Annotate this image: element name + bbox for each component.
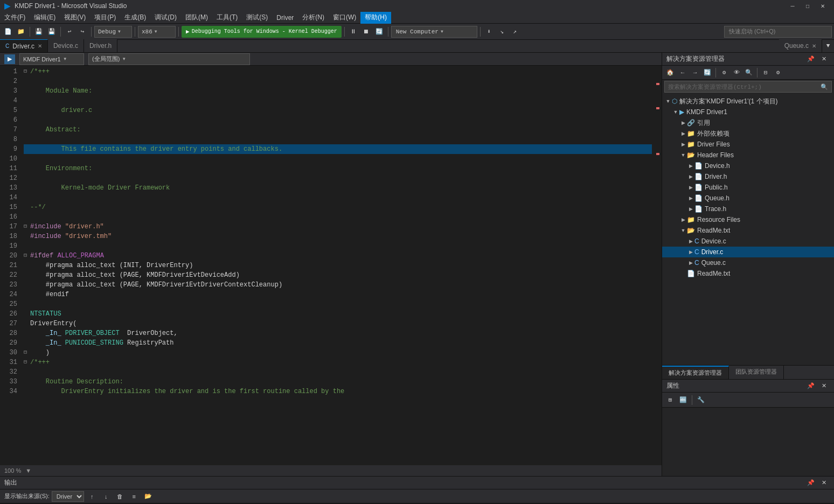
sol-close-button[interactable]: ✕ (818, 53, 830, 65)
tree-source-files-arrow[interactable]: ▼ (679, 228, 687, 233)
tab-driver-c[interactable]: C Driver.c ✕ (0, 39, 48, 52)
scope-dropdown[interactable]: (全局范围) ▼ (88, 53, 250, 65)
tree-queue-h-arrow[interactable]: ▶ (687, 195, 694, 201)
tree-driver-files[interactable]: ▶ 📁 Driver Files (662, 139, 834, 150)
menu-project[interactable]: 项目(P) (90, 12, 120, 24)
output-pin-button[interactable]: 📌 (805, 477, 817, 489)
menu-view[interactable]: 视图(V) (60, 12, 90, 24)
output-clear-button[interactable]: 🗑 (114, 491, 126, 502)
tree-device-c[interactable]: ▶ C Device.c (662, 236, 834, 247)
step-over-button[interactable]: ⬇ (483, 26, 495, 38)
solution-explorer-search[interactable]: 搜索解决方案资源管理器(Ctrl+;) 🔍 (664, 81, 832, 93)
props-close-button[interactable]: ✕ (818, 380, 830, 392)
tab-close-queue-c[interactable]: ✕ (812, 43, 816, 49)
tree-readme[interactable]: ▶ 📄 ReadMe.txt (662, 268, 834, 279)
tree-project-arrow[interactable]: ▼ (672, 109, 679, 115)
sol-filter-button[interactable]: 🔍 (743, 67, 755, 79)
props-categories-button[interactable]: ⊞ (664, 394, 676, 406)
redo-button[interactable]: ↪ (77, 26, 88, 38)
props-pin-button[interactable]: 📌 (805, 380, 817, 392)
fold-icon-30[interactable]: ⊟ (24, 348, 29, 358)
new-file-button[interactable]: 📄 (2, 26, 14, 38)
platform-dropdown[interactable]: x86 ▼ (138, 26, 176, 38)
menu-build[interactable]: 生成(B) (120, 12, 150, 24)
open-file-button[interactable]: 📁 (15, 26, 27, 38)
tree-resource-files-arrow[interactable]: ▶ (679, 217, 687, 222)
tree-queue-h[interactable]: ▶ 📄 Queue.h (662, 193, 834, 204)
file-scope-dropdown[interactable]: KMDF Driver1 ▼ (19, 53, 84, 65)
tree-ext-arrow[interactable]: ▶ (679, 131, 687, 136)
tree-solution-arrow[interactable]: ▼ (664, 99, 672, 104)
tree-header-files-arrow[interactable]: ▼ (679, 152, 687, 158)
tab-menu-button[interactable]: ▼ (822, 39, 834, 52)
maximize-button[interactable]: □ (801, 0, 815, 12)
menu-team[interactable]: 团队(M) (181, 12, 212, 24)
tree-ext-deps[interactable]: ▶ 📁 外部依赖项 (662, 128, 834, 139)
sol-properties-button[interactable]: ⚙ (718, 67, 730, 79)
tree-references[interactable]: ▶ 🔗 引用 (662, 117, 834, 128)
tree-resource-files[interactable]: ▶ 📁 Resource Files (662, 214, 834, 225)
tree-solution[interactable]: ▼ ⬡ 解决方案'KMDF Driver1'(1 个项目) (662, 96, 834, 107)
sol-tab-explorer[interactable]: 解决方案资源管理器 (662, 366, 729, 379)
sol-preview-button[interactable]: 👁 (731, 67, 742, 79)
save-all-button[interactable]: 💾 (46, 26, 58, 38)
tree-driver-files-arrow[interactable]: ▶ (679, 142, 687, 147)
output-up-button[interactable]: ↑ (86, 491, 98, 502)
menu-edit[interactable]: 编辑(E) (30, 12, 60, 24)
tab-close-driver-c[interactable]: ✕ (38, 43, 42, 49)
output-wrap-button[interactable]: ≡ (128, 491, 140, 502)
undo-button[interactable]: ↩ (64, 26, 75, 38)
sol-collapse-button[interactable]: ⊟ (760, 67, 772, 79)
tree-public-h[interactable]: ▶ 📄 Public.h (662, 182, 834, 193)
fold-icon-31[interactable]: ⊟ (24, 358, 29, 367)
tree-trace-h-arrow[interactable]: ▶ (687, 206, 694, 212)
tree-source-files[interactable]: ▼ 📂 ReadMe.txt (662, 225, 834, 236)
code-editor[interactable]: ⊟ /*+++ Module Name: (22, 66, 654, 465)
output-down-button[interactable]: ↓ (100, 491, 112, 502)
close-button[interactable]: ✕ (816, 0, 830, 12)
break-button[interactable]: ⏸ (348, 26, 359, 38)
props-wrench-button[interactable]: 🔧 (695, 394, 707, 406)
zoom-dropdown-arrow[interactable]: ▼ (25, 467, 31, 474)
output-close-button[interactable]: ✕ (818, 477, 830, 489)
tree-public-h-arrow[interactable]: ▶ (687, 185, 694, 190)
menu-analyze[interactable]: 分析(N) (298, 12, 329, 24)
menu-window[interactable]: 窗口(W) (329, 12, 360, 24)
tree-device-h-arrow[interactable]: ▶ (687, 163, 694, 169)
sol-back-button[interactable]: ← (677, 67, 689, 79)
tree-device-h[interactable]: ▶ 📄 Device.h (662, 160, 834, 171)
tree-driver-c[interactable]: ▶ C Driver.c (662, 247, 834, 257)
tab-queue-c[interactable]: Queue.c ✕ (779, 39, 822, 52)
menu-debug[interactable]: 调试(D) (150, 12, 181, 24)
output-source-select[interactable]: Driver (52, 491, 84, 502)
stop-button[interactable]: ⏹ (360, 26, 372, 38)
sol-tab-team[interactable]: 团队资源管理器 (729, 366, 784, 379)
tree-project[interactable]: ▼ ▶ KMDF Driver1 (662, 107, 834, 117)
sol-settings-button[interactable]: ⚙ (772, 67, 784, 79)
restart-button[interactable]: 🔄 (373, 26, 385, 38)
tree-driver-c-arrow[interactable]: ▶ (687, 249, 694, 255)
tree-header-files[interactable]: ▼ 📂 Header Files (662, 150, 834, 160)
sol-home-button[interactable]: 🏠 (664, 67, 676, 79)
tree-queue-c[interactable]: ▶ C Queue.c (662, 257, 834, 268)
save-button[interactable]: 💾 (33, 26, 45, 38)
tree-driver-h[interactable]: ▶ 📄 Driver.h (662, 171, 834, 182)
fold-icon-17[interactable]: ⊟ (24, 222, 29, 232)
quick-launch-input[interactable]: 快速启动 (Ctrl+Q) (724, 26, 832, 38)
computer-dropdown[interactable]: New Computer ▼ (391, 26, 477, 38)
output-open-button[interactable]: 📂 (142, 491, 154, 502)
tab-driver-h[interactable]: Driver.h (84, 39, 117, 52)
fold-icon-20[interactable]: ⊟ (24, 251, 29, 261)
menu-tools[interactable]: 工具(T) (212, 12, 242, 24)
menu-file[interactable]: 文件(F) (0, 12, 30, 24)
step-out-button[interactable]: ↗ (509, 26, 521, 38)
step-into-button[interactable]: ↘ (496, 26, 508, 38)
sol-refresh-button[interactable]: 🔄 (701, 67, 713, 79)
props-alpha-button[interactable]: 🔤 (677, 394, 689, 406)
menu-help[interactable]: 帮助(H) (360, 12, 391, 24)
sol-forward-button[interactable]: → (689, 67, 701, 79)
menu-driver[interactable]: Driver (272, 12, 298, 24)
minimize-button[interactable]: ─ (786, 0, 800, 12)
menu-test[interactable]: 测试(S) (242, 12, 272, 24)
sol-pin-button[interactable]: 📌 (805, 53, 817, 65)
